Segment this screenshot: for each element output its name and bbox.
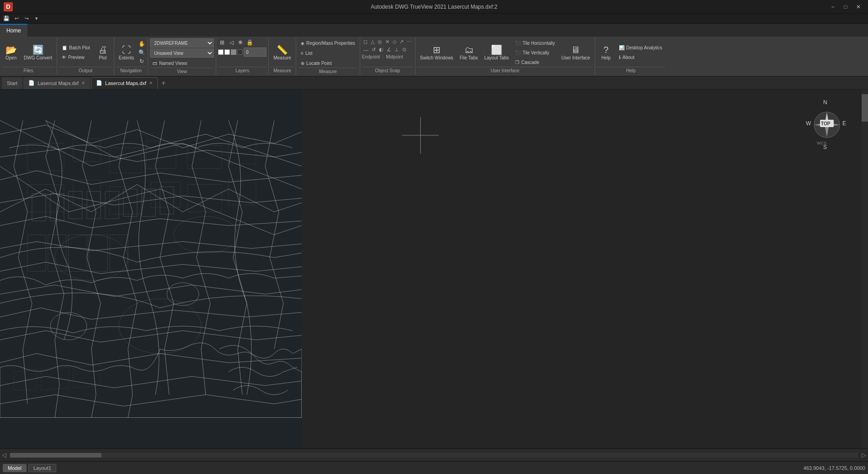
ribbon-group-layers: ⊞ ◁ ❄ 🔒 Layers [216,37,269,75]
snap12-button[interactable]: ⊥ [393,46,400,53]
snap5-button[interactable]: ◇ [391,38,398,45]
preview-button[interactable]: 👁 Preview [59,53,93,62]
snap4-button[interactable]: ✕ [384,38,391,45]
named-views-button[interactable]: 🗃 Named Views [150,59,190,68]
snap11-button[interactable]: ∠ [385,46,393,53]
layer-value-input[interactable] [244,48,266,57]
quick-toolbar-dropdown[interactable]: ▾ [32,15,41,23]
extents-button[interactable]: ⛶ Extents [116,39,137,66]
doc-tab-add[interactable]: + [159,79,168,87]
tab-home[interactable]: Home [0,24,27,37]
object-snap-items: ◻ △ ◎ ✕ ◇ ↗ ⋯ — ↺ ◐ ∠ ⊥ ⊙ [362,38,413,67]
doc-tab-start[interactable]: Start [2,77,22,89]
snap9-button[interactable]: ↺ [370,46,377,53]
endpoint-label: Endpoint [362,54,380,59]
view-group-items: 2DWIREFRAME Unsaved View 🗃 Named Views [150,38,214,68]
list-button[interactable]: ≡ List [298,48,315,58]
ribbon-tabs: Home [0,24,868,37]
cascade-icon: ❐ [515,60,519,65]
help-icon: ? [603,45,608,54]
layer-prev-button[interactable]: ◁ [227,38,235,47]
desktop-analytics-button[interactable]: 📊 Desktop Analytics [616,43,665,53]
desktop-analytics-icon: 📊 [619,45,624,50]
minimize-button[interactable]: − [827,2,839,11]
title-bar: D Autodesk DWG TrueView 2021 Lasercut Ma… [0,0,868,14]
tile-h-button[interactable]: ⬛ Tile Horizontally [512,38,558,48]
h-scroll-left[interactable]: ◁ [0,452,8,458]
ribbon-group-user-interface: ⊞ Switch Windows 🗂 File Tabs ⬜ Layout Ta… [415,37,595,75]
layer-lock-button[interactable]: 🔒 [245,38,254,47]
h-scrollbar-track[interactable] [10,453,858,458]
color-box-red [218,49,224,55]
vertical-scrollbar[interactable] [862,90,868,448]
extents-icon: ⛶ [122,45,131,54]
right-panel[interactable]: N S E W TOP WCS [302,90,868,448]
doc-tab-file2-icon: 📄 [96,80,102,86]
named-views-icon: 🗃 [153,61,157,66]
dwg-convert-icon: 🔄 [32,45,44,54]
save-quick-button[interactable]: 💾 [2,15,11,23]
snap3-button[interactable]: ◎ [376,38,383,45]
user-interface-button[interactable]: 🖥 User Interface [559,39,593,66]
about-button[interactable]: ℹ About [616,53,665,62]
doc-tab-file1-label: Lasercut Maps.dxf [37,80,79,86]
snap6-button[interactable]: ↗ [398,38,405,45]
cascade-button[interactable]: ❐ Cascade [512,58,558,67]
file-tabs-label: File Tabs [460,55,478,60]
doc-tab-file1[interactable]: 📄 Lasercut Maps.dxf ✕ [23,77,90,89]
layout-tabs-button[interactable]: ⬜ Layout Tabs [481,39,511,66]
canvas-area[interactable] [0,90,302,448]
redo-quick-button[interactable]: ↪ [22,15,31,23]
measure-tools-items: ◈ Region/Mass Properties ≡ List ⊕ Locate… [298,38,358,68]
region-mass-button[interactable]: ◈ Region/Mass Properties [298,38,358,48]
scrollbar-thumb[interactable] [862,94,868,122]
help-button[interactable]: ? Help [597,39,615,66]
batch-plot-button[interactable]: 📋 Batch Plot [59,43,93,53]
plot-button[interactable]: 🖨 Plot [94,39,112,66]
files-group-items: 📂 Open 🔄 DWG Convert [2,38,55,67]
layers-group-items: ⊞ ◁ ❄ 🔒 [218,38,266,67]
layers-group-label: Layers [218,67,266,74]
locate-point-button[interactable]: ⊕ Locate Point [298,59,335,68]
preview-icon: 👁 [62,55,66,60]
main-area: N S E W TOP WCS [0,90,868,448]
close-button[interactable]: ✕ [852,2,864,11]
layer-freeze-button[interactable]: ❄ [236,38,245,47]
snap8-button[interactable]: — [362,47,370,53]
layout1-tab[interactable]: Layout1 [28,464,56,472]
midpoint-button[interactable]: △ [369,38,376,45]
about-icon: ℹ [619,55,621,60]
wireframe-select[interactable]: 2DWIREFRAME [150,38,214,48]
h-scrollbar-thumb[interactable] [10,453,101,458]
doc-tab-file2[interactable]: 📄 Lasercut Maps.dxf ✕ [91,77,158,89]
model-tab[interactable]: Model [3,464,27,472]
maximize-button[interactable]: □ [840,2,852,11]
h-scroll-right[interactable]: ▷ [860,452,868,458]
measure-button[interactable]: 📏 Measure [271,39,294,66]
file-tabs-button[interactable]: 🗂 File Tabs [457,39,481,66]
svg-text:N: N [823,99,827,106]
tile-v-button[interactable]: ⬛ Tile Vertically [512,48,558,57]
locate-icon: ⊕ [301,61,304,66]
layout-tabs-icon: ⬜ [491,45,502,54]
batch-plot-icon: 📋 [62,45,67,50]
snap13-button[interactable]: ⊙ [401,46,408,53]
snap10-button[interactable]: ◐ [378,46,385,53]
doc-tab-file2-close[interactable]: ✕ [149,80,153,85]
ribbon-group-files: 📂 Open 🔄 DWG Convert Files [0,37,57,75]
nav-orbit-button[interactable]: ↻ [138,57,146,65]
undo-quick-button[interactable]: ↩ [12,15,21,23]
layer-properties-button[interactable]: ⊞ [218,38,226,47]
open-button[interactable]: 📂 Open [2,39,20,66]
dwg-convert-button[interactable]: 🔄 DWG Convert [21,39,55,66]
doc-tab-file1-close[interactable]: ✕ [81,80,85,85]
object-snap-group-label: Object Snap [362,67,413,74]
named-views-label: Named Views [159,61,187,66]
nav-pan-button[interactable]: ✋ [138,40,146,48]
snap7-button[interactable]: ⋯ [405,38,413,45]
switch-windows-button[interactable]: ⊞ Switch Windows [417,39,456,66]
nav-zoom-button[interactable]: 🔍 [138,48,146,57]
title-bar-left: D [4,2,15,11]
unsaved-view-select[interactable]: Unsaved View [150,48,214,58]
endpoint-button[interactable]: ◻ [362,38,369,45]
